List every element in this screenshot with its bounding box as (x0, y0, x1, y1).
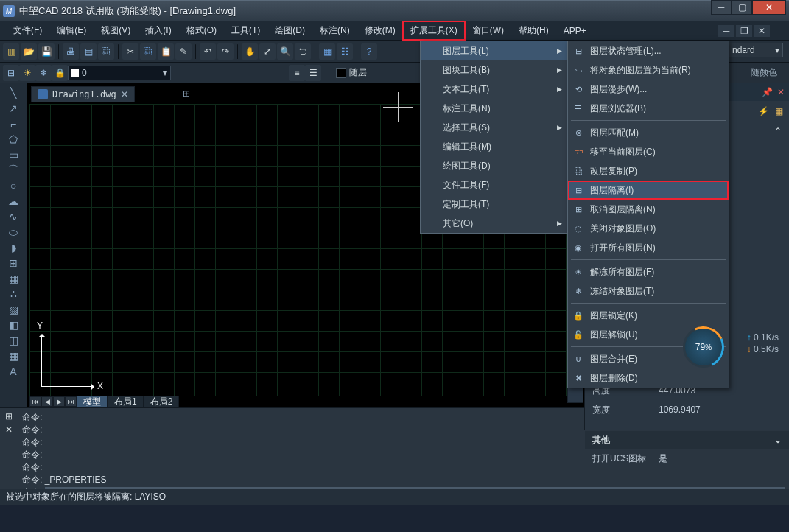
zoom-win-icon[interactable]: 🔍 (277, 43, 293, 60)
paste-icon[interactable]: 📋 (158, 43, 174, 60)
tab-layout2[interactable]: 布局2 (144, 396, 180, 407)
maximize-button[interactable]: ▢ (732, 0, 752, 15)
insert-icon[interactable]: ⊞ (7, 256, 20, 270)
menu-layer-isolate[interactable]: ⊟图层隔离(I) (568, 181, 729, 200)
cmd-history-icon[interactable]: ✕ (5, 424, 13, 435)
menu-format[interactable]: 格式(O) (179, 21, 224, 40)
close-button[interactable]: ✕ (752, 0, 786, 15)
menu-text-tools[interactable]: 文本工具(T)▶ (421, 80, 567, 99)
style-combo[interactable]: ndard▾ (729, 43, 783, 57)
document-tab[interactable]: Drawing1.dwg ✕ (31, 86, 135, 102)
region-icon[interactable]: ◫ (7, 334, 20, 347)
redo-icon[interactable]: ↷ (217, 43, 234, 60)
layer-on-icon[interactable]: ☀ (19, 65, 35, 81)
menu-layer-all-on[interactable]: ◉打开所有图层(N) (568, 238, 729, 257)
gradient-icon[interactable]: ◧ (7, 318, 20, 332)
open-icon[interactable]: 📂 (21, 43, 37, 60)
menu-layer-lock[interactable]: 🔒图层锁定(K) (568, 306, 729, 325)
menu-dim[interactable]: 标注(N) (312, 21, 357, 40)
publish-icon[interactable]: ⿻ (98, 43, 114, 60)
menu-edit-tools[interactable]: 编辑工具(M) (421, 137, 567, 156)
new-tab-button[interactable]: ⊞ (183, 88, 194, 100)
menu-insert[interactable]: 插入(I) (138, 21, 178, 40)
tab-model[interactable]: 模型 (77, 396, 108, 407)
menu-edit[interactable]: 编辑(E) (49, 21, 94, 40)
menu-copy-to-layer[interactable]: ⿻改层复制(P) (568, 161, 729, 181)
new-icon[interactable]: ▥ (3, 43, 19, 60)
menu-file[interactable]: 文件(F) (6, 21, 49, 40)
prop-ucs-value[interactable]: 是 (659, 452, 667, 465)
block-icon[interactable]: ▦ (7, 272, 20, 285)
menu-app[interactable]: APP+ (556, 21, 594, 40)
cmd-anchor-icon[interactable]: ⊞ (5, 411, 13, 421)
menu-dim-tools[interactable]: 标注工具(N) (421, 99, 567, 118)
quick-select-icon[interactable]: ⚡ (758, 106, 769, 116)
print-icon[interactable]: 🖶 (63, 43, 79, 60)
preview-icon[interactable]: ▤ (80, 43, 97, 60)
layer-lock-icon[interactable]: 🔒 (52, 65, 68, 81)
menu-layer-thaw-all[interactable]: ☀解冻所有图层(F) (568, 262, 729, 281)
polygon-icon[interactable]: ⬠ (7, 133, 20, 146)
ellipse-icon[interactable]: ⬭ (7, 225, 20, 239)
mdi-close-button[interactable]: ✕ (754, 25, 770, 37)
tab-first-icon[interactable]: ⏮ (29, 396, 41, 407)
close-tab-icon[interactable]: ✕ (121, 89, 128, 99)
menu-layer-delete[interactable]: ✖图层删除(D) (568, 368, 729, 388)
pline-icon[interactable]: ⌐ (7, 117, 20, 130)
panel-pin-icon[interactable]: 📌 (762, 87, 773, 97)
spline-icon[interactable]: ∿ (7, 210, 20, 223)
color-bylayer[interactable]: 随层 (336, 66, 367, 79)
menu-draw-tools[interactable]: 绘图工具(D) (421, 156, 567, 175)
arc-icon[interactable]: ⌒ (7, 164, 20, 177)
point-icon[interactable]: ∴ (7, 287, 20, 301)
network-speed-badge[interactable]: 79% (683, 326, 724, 368)
menu-move-to-current-layer[interactable]: ⮒移至当前图层(C) (568, 142, 729, 161)
zoom-rt-icon[interactable]: ⤢ (259, 43, 276, 60)
mtext-icon[interactable]: A (7, 365, 20, 378)
menu-draw[interactable]: 绘图(D) (267, 21, 312, 40)
help-icon[interactable]: ? (361, 43, 377, 60)
circle-icon[interactable]: ○ (7, 179, 20, 192)
panel-close-icon[interactable]: ✕ (777, 87, 785, 97)
menu-block-tools[interactable]: 图块工具(B)▶ (421, 60, 567, 80)
mdi-minimize-button[interactable]: ─ (718, 25, 734, 37)
menu-express-tools[interactable]: 扩展工具(X) (403, 21, 465, 40)
layer-props-icon[interactable]: ⊟ (3, 65, 19, 81)
prop-width-value[interactable]: 1069.9407 (659, 405, 701, 415)
linetype-icon[interactable]: ≡ (289, 65, 305, 81)
chevron-down-icon[interactable]: ⌄ (774, 435, 782, 445)
undo-icon[interactable]: ↶ (200, 43, 216, 60)
table-icon[interactable]: ▦ (7, 349, 20, 363)
menu-select-tools[interactable]: 选择工具(S)▶ (421, 118, 567, 137)
menu-modify[interactable]: 修改(M) (357, 21, 403, 40)
menu-view[interactable]: 视图(V) (94, 21, 138, 40)
calc-icon[interactable]: ▦ (319, 43, 335, 60)
pan-icon[interactable]: ✋ (242, 43, 258, 60)
menu-layer-off[interactable]: ◌关闭对象图层(O) (568, 219, 729, 238)
xline-icon[interactable]: ↗ (7, 102, 20, 115)
layer-freeze-icon[interactable]: ❄ (35, 65, 52, 81)
tab-last-icon[interactable]: ⏭ (65, 396, 77, 407)
hatch-icon[interactable]: ▨ (7, 303, 20, 316)
match-icon[interactable]: ✎ (175, 43, 192, 60)
lineweight-icon[interactable]: ☰ (305, 65, 321, 81)
save-icon[interactable]: 💾 (38, 43, 55, 60)
menu-layer-unisolate[interactable]: ⊞取消图层隔离(N) (568, 200, 729, 219)
copy-icon[interactable]: ⿻ (140, 43, 156, 60)
properties-icon[interactable]: ☷ (337, 43, 353, 60)
menu-help[interactable]: 帮助(H) (511, 21, 556, 40)
tab-prev-icon[interactable]: ◀ (41, 396, 53, 407)
layer-combo[interactable]: 0 ▾ (68, 66, 171, 80)
command-input[interactable] (45, 487, 785, 489)
menu-make-object-layer-current[interactable]: ⮑将对象的图层置为当前(R) (568, 60, 729, 80)
revcloud-icon[interactable]: ☁ (7, 195, 20, 208)
panel-tab-icon-3[interactable] (567, 387, 583, 403)
menu-file-tools[interactable]: 文件工具(F) (421, 175, 567, 195)
menu-tools[interactable]: 工具(T) (224, 21, 267, 40)
line-icon[interactable]: ╲ (7, 86, 20, 99)
menu-layer-match[interactable]: ⊜图层匹配(M) (568, 123, 729, 142)
ellipse-arc-icon[interactable]: ◗ (7, 241, 20, 254)
menu-layer-state-manager[interactable]: ⊟图层状态管理(L)... (568, 41, 729, 60)
cut-icon[interactable]: ✂ (122, 43, 138, 60)
mdi-restore-button[interactable]: ❐ (736, 25, 752, 37)
